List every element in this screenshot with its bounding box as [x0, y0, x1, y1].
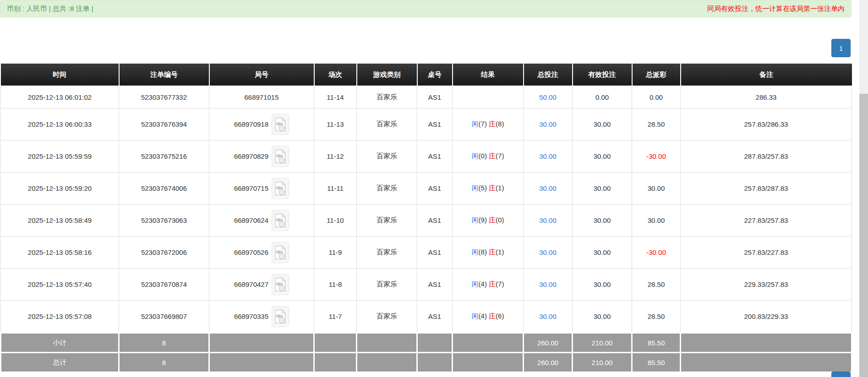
result-banker-label: 庄 — [489, 152, 496, 160]
video-file-icon — [274, 117, 286, 132]
valid-bet-cell: 30.00 — [573, 237, 632, 269]
header-session: 场次 — [314, 64, 357, 86]
result-player-score: (9) — [479, 216, 487, 224]
result-player-label: 闲 — [472, 184, 479, 192]
result-player-score: (0) — [479, 152, 487, 160]
round-id-cell: 668970715 — [209, 172, 314, 205]
payout-cell: 28.50 — [632, 269, 681, 301]
total-bet-link[interactable]: 30.00 — [524, 140, 573, 172]
video-file-icon — [274, 149, 286, 164]
valid-bet-cell: 30.00 — [573, 108, 632, 140]
total-bet-link[interactable]: 30.00 — [524, 237, 573, 269]
result-cell: 闲(9) 庄(0) — [453, 205, 524, 237]
session-cell: 11-11 — [314, 172, 357, 205]
video-replay-button[interactable] — [272, 210, 289, 231]
result-cell: 闲(4) 庄(6) — [453, 301, 524, 333]
game-type-cell: 百家乐 — [357, 301, 417, 333]
result-player-score: (4) — [479, 280, 487, 288]
round-id-text: 668970829 — [234, 152, 268, 160]
round-id-cell: 668971015 — [209, 86, 314, 108]
header-game-type: 游戏类别 — [357, 64, 417, 86]
payout-cell: 28.50 — [632, 108, 681, 140]
result-banker-score: (1) — [496, 184, 504, 192]
currency-summary-text: 币别 : 人民币 | 总共 :8 注单 | — [7, 5, 93, 13]
pagination-page-1-top[interactable]: 1 — [831, 39, 851, 57]
video-file-icon — [274, 181, 286, 196]
subtotal-count: 8 — [119, 333, 209, 353]
round-id-text: 668970624 — [234, 216, 268, 224]
round-id-text: 668970335 — [234, 312, 268, 320]
video-replay-button[interactable] — [272, 306, 289, 327]
remark-cell: 257.83/287.83 — [681, 172, 852, 205]
total-total-bet: 260.00 — [524, 353, 573, 372]
time-cell: 2025-12-13 06:00:33 — [1, 108, 119, 140]
round-id-text: 668970715 — [234, 184, 268, 192]
session-cell: 11-12 — [314, 140, 357, 172]
video-replay-button[interactable] — [272, 274, 289, 295]
total-payout: 85.50 — [632, 353, 681, 372]
total-bet-link[interactable]: 30.00 — [524, 269, 573, 301]
table-no-cell: AS1 — [417, 140, 453, 172]
result-banker-score: (7) — [496, 152, 504, 160]
result-player-label: 闲 — [472, 312, 479, 320]
result-player-label: 闲 — [472, 248, 479, 256]
video-replay-button[interactable] — [272, 242, 289, 263]
round-id-cell: 668970427 — [209, 269, 314, 301]
bet-records-table-wrap: 时间 注单编号 局号 场次 游戏类别 桌号 结果 总投注 有效投注 总派彩 备注… — [0, 64, 851, 373]
bet-id-cell: 523037674006 — [119, 172, 209, 205]
valid-bet-cell: 0.00 — [573, 86, 632, 108]
video-replay-button[interactable] — [272, 114, 289, 135]
remark-cell: 257.83/286.33 — [681, 108, 852, 140]
result-player-score: (7) — [479, 120, 487, 128]
game-type-cell: 百家乐 — [357, 86, 417, 108]
payout-cell: 0.00 — [632, 86, 681, 108]
valid-bet-cell: 30.00 — [573, 172, 632, 205]
total-bet-link[interactable]: 30.00 — [524, 172, 573, 205]
vertical-scrollbar-thumb[interactable] — [859, 94, 868, 377]
valid-bet-cell: 30.00 — [573, 301, 632, 333]
header-row: 时间 注单编号 局号 场次 游戏类别 桌号 结果 总投注 有效投注 总派彩 备注 — [1, 64, 852, 86]
table-row: 2025-12-13 05:59:59 523037675216 6689708… — [1, 140, 852, 172]
result-banker-score: (7) — [496, 280, 504, 288]
table-no-cell: AS1 — [417, 172, 453, 205]
time-cell: 2025-12-13 05:58:16 — [1, 237, 119, 269]
remark-cell: 287.83/257.83 — [681, 140, 852, 172]
payout-cell: -30.00 — [632, 237, 681, 269]
table-no-cell: AS1 — [417, 108, 453, 140]
total-bet-link[interactable]: 30.00 — [524, 205, 573, 237]
header-time: 时间 — [1, 64, 119, 86]
table-row: 2025-12-13 05:57:40 523037670874 6689704… — [1, 269, 852, 301]
result-player-label: 闲 — [472, 216, 479, 224]
result-banker-label: 庄 — [489, 216, 496, 224]
remark-cell: 229.33/257.83 — [681, 269, 852, 301]
header-remark: 备注 — [681, 64, 852, 86]
header-total-bet: 总投注 — [524, 64, 573, 86]
round-id-cell: 668970829 — [209, 140, 314, 172]
remark-cell: 200.83/229.33 — [681, 301, 852, 333]
result-banker-label: 庄 — [489, 120, 496, 128]
total-bet-link[interactable]: 30.00 — [524, 108, 573, 140]
table-row: 2025-12-13 05:59:20 523037674006 6689707… — [1, 172, 852, 205]
total-bet-link[interactable]: 50.00 — [524, 86, 573, 108]
game-type-cell: 百家乐 — [357, 237, 417, 269]
time-cell: 2025-12-13 05:59:20 — [1, 172, 119, 205]
total-bet-link[interactable]: 30.00 — [524, 301, 573, 333]
total-label: 总计 — [1, 353, 119, 372]
game-type-cell: 百家乐 — [357, 269, 417, 301]
table-row: 2025-12-13 05:58:16 523037672006 6689705… — [1, 237, 852, 269]
remark-cell: 286.33 — [681, 86, 852, 108]
video-file-icon — [274, 309, 286, 324]
pagination-page-1-bottom[interactable]: 1 — [831, 372, 851, 377]
table-no-cell: AS1 — [417, 205, 453, 237]
bet-id-cell: 523037677332 — [119, 86, 209, 108]
result-banker-label: 庄 — [489, 280, 496, 288]
payout-cell: 30.00 — [632, 205, 681, 237]
vertical-scrollbar-track[interactable] — [859, 0, 868, 377]
total-count: 8 — [119, 353, 209, 372]
video-replay-button[interactable] — [272, 146, 289, 167]
subtotal-row: 小计 8 260.00 210.00 85.50 — [1, 333, 852, 353]
video-replay-button[interactable] — [272, 178, 289, 199]
result-banker-score: (1) — [496, 248, 504, 256]
session-cell: 11-8 — [314, 269, 357, 301]
game-type-cell: 百家乐 — [357, 108, 417, 140]
